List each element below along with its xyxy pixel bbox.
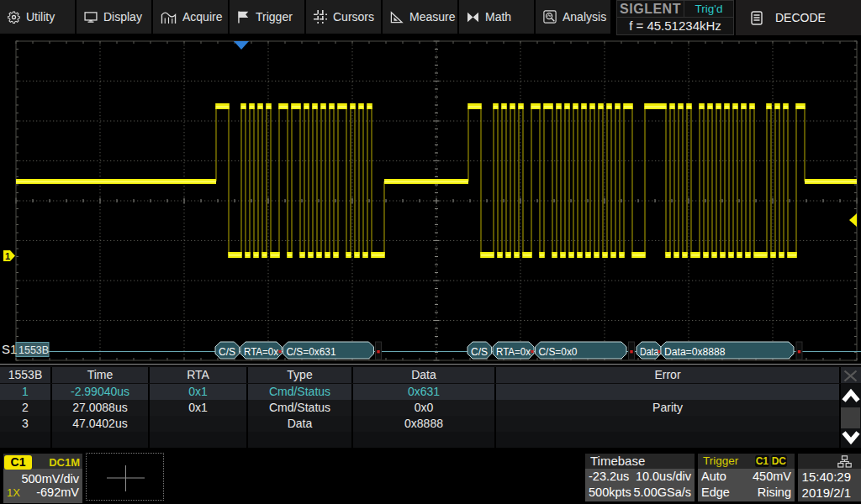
svg-text:S1: S1 (2, 342, 17, 356)
svg-text:RTA=0x: RTA=0x (244, 345, 278, 358)
svg-text:C/S: C/S (471, 345, 488, 358)
svg-text:1: 1 (5, 251, 10, 261)
svg-text:C/S=0x631: C/S=0x631 (287, 345, 336, 358)
svg-text:C/S: C/S (219, 345, 235, 358)
svg-text:Data=0x8888: Data=0x8888 (664, 345, 726, 358)
svg-text:RTA=0x: RTA=0x (496, 345, 531, 358)
svg-text:1553B: 1553B (18, 344, 49, 356)
svg-text:Data: Data (640, 345, 659, 358)
svg-text:C/S=0x0: C/S=0x0 (539, 345, 578, 358)
